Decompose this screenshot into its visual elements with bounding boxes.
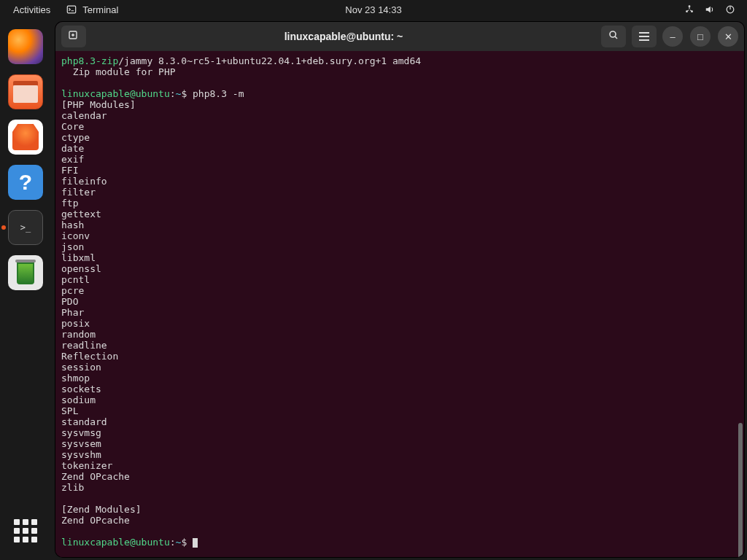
svg-point-1 bbox=[689, 5, 691, 7]
show-applications[interactable] bbox=[11, 516, 40, 545]
svg-point-6 bbox=[610, 31, 616, 37]
dock-files[interactable] bbox=[8, 74, 43, 109]
hamburger-menu[interactable] bbox=[632, 26, 657, 47]
terminal-output[interactable]: php8.3-zip/jammy 8.3.0~rc5-1+ubuntu22.04… bbox=[55, 51, 744, 557]
maximize-icon: □ bbox=[697, 31, 703, 42]
dock-trash[interactable] bbox=[8, 255, 43, 290]
search-icon bbox=[608, 29, 619, 44]
dock-help[interactable]: ? bbox=[8, 165, 43, 200]
minimize-icon: – bbox=[670, 31, 675, 42]
ubuntu-dock: ? >_ bbox=[0, 19, 51, 560]
app-menu[interactable]: Terminal bbox=[66, 4, 118, 15]
search-button[interactable] bbox=[601, 26, 626, 47]
network-icon[interactable] bbox=[684, 4, 694, 15]
new-tab-icon bbox=[68, 29, 80, 44]
volume-icon[interactable] bbox=[705, 4, 715, 15]
activities-button[interactable]: Activities bbox=[13, 4, 50, 15]
power-icon[interactable] bbox=[725, 4, 735, 15]
window-titlebar[interactable]: linuxcapable@ubuntu: ~ – □ ✕ bbox=[55, 22, 744, 51]
dock-terminal[interactable]: >_ bbox=[8, 210, 43, 245]
svg-rect-0 bbox=[68, 6, 76, 13]
new-tab-button[interactable] bbox=[61, 26, 86, 47]
minimize-button[interactable]: – bbox=[662, 26, 683, 47]
gnome-top-panel: Activities Terminal Nov 23 14:33 bbox=[0, 0, 747, 19]
dock-firefox[interactable] bbox=[8, 29, 43, 64]
hamburger-icon bbox=[639, 32, 649, 41]
scrollbar[interactable] bbox=[737, 51, 744, 557]
maximize-button[interactable]: □ bbox=[690, 26, 711, 47]
window-title: linuxcapable@ubuntu: ~ bbox=[92, 31, 595, 42]
clock[interactable]: Nov 23 14:33 bbox=[345, 4, 401, 15]
close-button[interactable]: ✕ bbox=[718, 26, 738, 47]
terminal-menu-icon bbox=[66, 4, 77, 15]
scrollbar-thumb[interactable] bbox=[738, 423, 743, 557]
dock-software[interactable] bbox=[8, 120, 43, 155]
close-icon: ✕ bbox=[724, 31, 732, 42]
app-menu-label: Terminal bbox=[82, 4, 118, 15]
terminal-window: linuxcapable@ubuntu: ~ – □ ✕ php8.3-zip/… bbox=[55, 22, 744, 557]
